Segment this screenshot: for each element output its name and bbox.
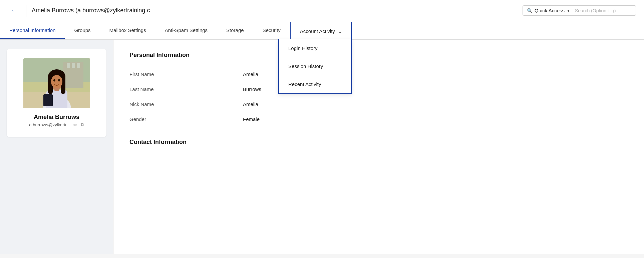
tab-groups[interactable]: Groups	[65, 21, 100, 39]
sidebar-user-name: Amelia Burrows	[34, 114, 79, 121]
tab-navigation: Personal Information Groups Mailbox Sett…	[0, 21, 644, 40]
svg-point-14	[51, 75, 62, 88]
search-bar[interactable]: 🔍 Quick Access ▼ Search (Option + q)	[523, 5, 636, 16]
edit-icon[interactable]: ✏	[73, 122, 77, 128]
field-label-gender: Gender	[129, 112, 243, 127]
svg-rect-3	[67, 63, 70, 68]
field-label-first-name: First Name	[129, 67, 243, 82]
table-row: First Name Amelia	[129, 67, 628, 82]
field-label-last-name: Last Name	[129, 82, 243, 97]
main-content: Personal Information First Name Amelia L…	[113, 40, 644, 254]
field-value-gender: Female	[243, 112, 628, 127]
tab-storage[interactable]: Storage	[217, 21, 253, 39]
search-hint[interactable]: Search (Option + q)	[575, 8, 616, 13]
svg-point-16	[58, 79, 60, 82]
sidebar-email-row: a.burrows@zylkertr... ✏ ⧉	[29, 122, 84, 128]
tab-mailbox-settings[interactable]: Mailbox Settings	[100, 21, 155, 39]
svg-rect-4	[72, 63, 75, 68]
dropdown-chevron-icon: ⌄	[338, 29, 342, 34]
field-label-nick-name: Nick Name	[129, 97, 243, 112]
quick-access-label[interactable]: Quick Access	[535, 8, 565, 13]
topbar-divider	[26, 5, 26, 17]
dropdown-item-login-history[interactable]: Login History	[279, 39, 351, 57]
sidebar-email: a.burrows@zylkertr...	[29, 122, 70, 127]
tab-account-activity[interactable]: Account Activity ⌄	[290, 22, 352, 39]
back-button[interactable]: ←	[8, 6, 21, 16]
search-icon: 🔍	[527, 8, 533, 13]
dropdown-item-recent-activity[interactable]: Recent Activity	[279, 75, 351, 93]
profile-photo-svg	[23, 58, 90, 108]
sidebar: Amelia Burrows a.burrows@zylkertr... ✏ ⧉	[0, 40, 113, 254]
tab-security[interactable]: Security	[253, 21, 290, 39]
profile-photo	[23, 58, 90, 108]
table-row: Gender Female	[129, 112, 628, 127]
sidebar-card: Amelia Burrows a.burrows@zylkertr... ✏ ⧉	[7, 49, 106, 137]
field-value-nick-name: Amelia	[243, 97, 628, 112]
contact-info-title: Contact Information	[129, 139, 628, 146]
table-row: Last Name Burrows	[129, 82, 628, 97]
tab-personal-information[interactable]: Personal Information	[0, 21, 65, 39]
copy-icon[interactable]: ⧉	[81, 122, 84, 128]
topbar-title: Amelia Burrows (a.burrows@zylkertraining…	[32, 7, 517, 14]
dropdown-item-session-history[interactable]: Session History	[279, 57, 351, 75]
tab-anti-spam-settings[interactable]: Anti-Spam Settings	[155, 21, 217, 39]
svg-rect-17	[43, 94, 53, 106]
chevron-down-icon: ▼	[567, 9, 570, 13]
personal-info-table: First Name Amelia Last Name Burrows Nick…	[129, 67, 628, 127]
account-activity-dropdown: Login History Session History Recent Act…	[278, 39, 352, 94]
svg-point-15	[53, 79, 55, 82]
table-row: Nick Name Amelia	[129, 97, 628, 112]
svg-rect-5	[77, 63, 80, 68]
personal-info-title: Personal Information	[129, 52, 628, 59]
topbar: ← Amelia Burrows (a.burrows@zylkertraini…	[0, 0, 644, 21]
tab-account-activity-wrapper: Account Activity ⌄ Login History Session…	[290, 22, 352, 39]
